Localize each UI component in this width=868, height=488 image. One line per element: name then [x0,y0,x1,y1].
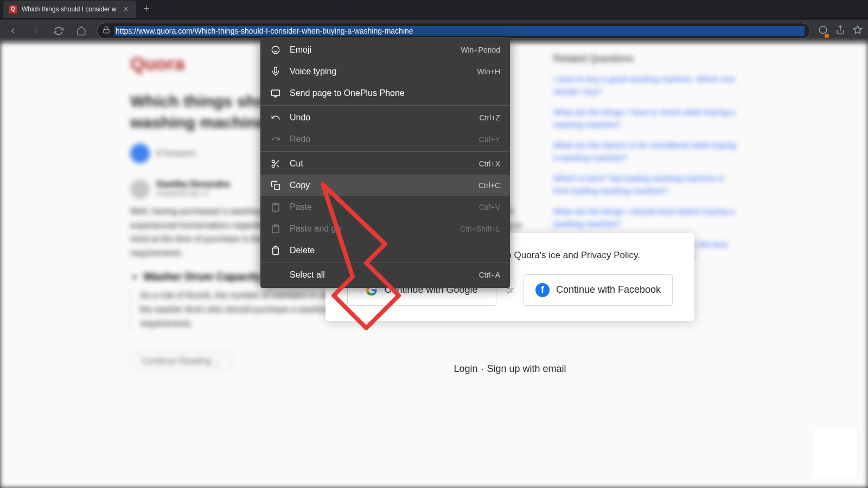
redo-icon [270,134,281,145]
svg-rect-6 [275,184,280,190]
tab-title: Which things should I consider w [22,5,117,13]
new-tab-button[interactable]: + [144,3,150,15]
context-menu-paste-and-go: Paste and goCtrl+Shift+L [260,218,510,240]
context-menu-shortcut: Ctrl+A [479,271,500,279]
undo-icon [270,112,281,123]
context-menu-shortcut: Ctrl+Shift+L [460,224,500,233]
toolbar-right-icons [818,25,863,37]
context-menu-voice-typing[interactable]: Voice typingWin+H [260,61,510,82]
context-menu-shortcut: Ctrl+V [479,203,500,211]
context-menu-paste: PasteCtrl+V [260,196,510,218]
context-menu-send-page-to-oneplus-phone[interactable]: Send page to OnePlus Phone [260,82,510,104]
svg-point-5 [272,165,275,168]
svg-point-2 [272,46,279,54]
lock-icon [103,26,110,36]
context-menu-label: Delete [290,246,492,255]
context-menu-label: Select all [290,270,470,280]
cut-icon [270,158,281,169]
context-menu-separator [260,151,510,152]
forward-button[interactable] [28,23,43,38]
svg-rect-0 [104,29,110,33]
context-menu-shortcut: Ctrl+X [479,159,500,168]
context-menu-copy[interactable]: CopyCtrl+C [260,175,510,196]
close-tab-icon[interactable]: × [121,4,131,14]
context-menu-label: Paste and go [290,224,451,234]
context-menu-label: Send page to OnePlus Phone [290,88,492,98]
context-menu: EmojiWin+PeriodVoice typingWin+HSend pag… [260,37,510,288]
send-icon [270,88,281,99]
context-menu-label: Cut [290,159,470,169]
login-link[interactable]: Login [454,363,477,374]
pastego-icon [270,223,281,234]
login-signup-line: Login·Sign up with email [326,363,694,375]
context-menu-separator [260,262,510,263]
home-button[interactable] [74,23,89,38]
svg-rect-7 [274,203,277,205]
mic-icon [270,66,281,77]
quora-favicon: Q [9,5,17,14]
context-menu-select-all[interactable]: Select allCtrl+A [260,264,510,286]
context-menu-shortcut: Ctrl+Z [480,113,501,122]
browser-tab[interactable]: Q Which things should I consider w × [3,1,136,18]
recaptcha-badge [814,428,857,477]
context-menu-label: Redo [290,134,470,144]
continue-facebook-button[interactable]: f Continue with Facebook [524,274,673,306]
context-menu-label: Voice typing [290,67,469,76]
svg-rect-3 [272,90,280,96]
context-menu-label: Copy [290,181,470,190]
favorites-icon[interactable] [853,25,863,37]
context-menu-redo: RedoCtrl+Y [260,129,510,150]
tracking-icon[interactable] [818,25,828,37]
context-menu-label: Paste [290,202,470,212]
blank-icon [270,269,281,280]
context-menu-undo[interactable]: UndoCtrl+Z [260,107,510,129]
url-text[interactable]: https://www.quora.com/Which-things-shoul… [114,26,805,36]
context-menu-label: Undo [290,113,471,123]
context-menu-delete[interactable]: Delete [260,240,510,261]
delete-icon [270,245,281,256]
svg-point-1 [819,26,827,34]
emoji-icon [270,44,281,55]
share-icon[interactable] [835,25,845,37]
refresh-button[interactable] [51,23,66,38]
context-menu-shortcut: Ctrl+C [478,181,500,190]
context-menu-label: Emoji [290,45,452,55]
context-menu-cut[interactable]: CutCtrl+X [260,153,510,175]
signup-link[interactable]: Sign up with email [487,363,566,374]
context-menu-shortcut: Win+H [477,67,500,76]
browser-tab-bar: Q Which things should I consider w × + [0,0,868,20]
facebook-icon: f [535,283,550,297]
paste-icon [270,202,281,213]
context-menu-shortcut: Win+Period [461,46,500,54]
context-menu-shortcut: Ctrl+Y [479,135,500,144]
copy-icon [270,180,281,191]
back-button[interactable] [5,23,21,38]
svg-point-4 [272,160,275,163]
context-menu-separator [260,105,510,106]
context-menu-emoji[interactable]: EmojiWin+Period [260,39,510,61]
svg-rect-8 [274,225,277,227]
